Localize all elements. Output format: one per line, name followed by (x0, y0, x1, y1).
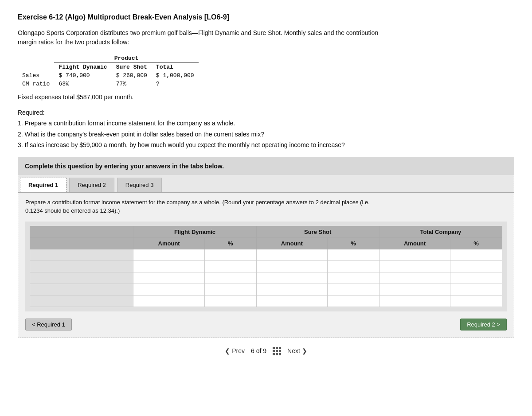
row2-tc-amount[interactable] (379, 260, 450, 272)
row3-tc-amount[interactable] (379, 272, 450, 284)
prev-page-label: Prev (232, 347, 245, 354)
prev-arrow-icon (225, 347, 230, 354)
required-item-3: 3. If sales increase by $59,000 a month,… (18, 140, 514, 150)
row5-tc-pct[interactable] (450, 295, 502, 307)
row1-ss-amount[interactable] (256, 249, 327, 260)
income-table: Flight Dynamic Sure Shot Total Company A… (30, 226, 502, 307)
sure-shot-header: Sure Shot (256, 226, 379, 237)
total-company-header: Total Company (379, 226, 502, 237)
flight-dynamic-header: Flight Dynamic (133, 226, 256, 237)
intro-text: Olongapo Sports Corporation distributes … (18, 28, 381, 47)
row4-tc-pct[interactable] (450, 284, 502, 295)
row2-col2: 77% (112, 80, 152, 88)
complete-instruction-text: Complete this question by entering your … (25, 163, 224, 170)
income-table-wrapper: Flight Dynamic Sure Shot Total Company A… (25, 222, 507, 311)
col3-header: Total (152, 63, 199, 72)
row2-col1: 63% (54, 80, 111, 88)
row2-fd-amount[interactable] (133, 260, 204, 272)
row2-ss-pct[interactable] (328, 260, 379, 272)
fd-amount-header: Amount (133, 237, 204, 249)
complete-instruction-box: Complete this question by entering your … (18, 157, 514, 175)
row2-label: CM ratio (18, 80, 54, 88)
row1-tc-amount[interactable] (379, 249, 450, 260)
row5-fd-pct[interactable] (204, 295, 256, 307)
row1-col1: $ 740,000 (54, 71, 111, 80)
row1-tc-pct[interactable] (450, 249, 502, 260)
nav-tabs-row: < Required 1 Required 2 > (25, 319, 507, 330)
row3-ss-pct[interactable] (328, 272, 379, 284)
row1-col2: $ 260,000 (112, 71, 152, 80)
row4-ss-amount[interactable] (256, 284, 327, 295)
row3-tc-pct[interactable] (450, 272, 502, 284)
product-header: Product (54, 54, 198, 63)
next-page-label: Next (287, 347, 300, 354)
exercise-title: Exercise 6-12 (Algo) Multiproduct Break-… (18, 13, 514, 21)
row1-col3: $ 1,000,000 (152, 71, 199, 80)
row4-label-cell (30, 284, 133, 295)
row2-label-cell (30, 260, 133, 272)
row5-fd-amount[interactable] (133, 295, 204, 307)
row2-ss-amount[interactable] (256, 260, 327, 272)
row3-ss-amount[interactable] (256, 272, 327, 284)
required-item-2: 2. What is the company's break-even poin… (18, 129, 514, 139)
row5-tc-amount[interactable] (379, 295, 450, 307)
product-table-wrapper: Product Flight Dynamic Sure Shot Total S… (18, 54, 514, 88)
tab-content: Prepare a contribution format income sta… (18, 193, 514, 338)
row1-fd-amount[interactable] (133, 249, 204, 260)
tab-required-3[interactable]: Required 3 (117, 178, 162, 192)
row4-tc-amount[interactable] (379, 284, 450, 295)
row1-fd-pct[interactable] (204, 249, 256, 260)
row2-tc-pct[interactable] (450, 260, 502, 272)
row5-ss-pct[interactable] (328, 295, 379, 307)
fd-pct-header: % (204, 237, 256, 249)
tab-required-2[interactable]: Required 2 (69, 178, 114, 192)
col2-header: Sure Shot (112, 63, 152, 72)
pagination-row: Prev 6 of 9 Next (18, 347, 514, 355)
row1-label-cell (30, 249, 133, 260)
tab-description-text: Prepare a contribution format income sta… (25, 198, 371, 215)
required-section: Required: 1. Prepare a contribution form… (18, 108, 514, 150)
row3-label-cell (30, 272, 133, 284)
required-heading: Required: (18, 108, 514, 117)
next-tab-button[interactable]: Required 2 > (460, 319, 507, 330)
col-label-header (30, 226, 133, 237)
fixed-expenses-text: Fixed expenses total $587,000 per month. (18, 93, 514, 101)
row2-fd-pct[interactable] (204, 260, 256, 272)
next-arrow-icon (302, 347, 307, 354)
tc-amount-header: Amount (379, 237, 450, 249)
blank-subheader (30, 237, 133, 249)
row5-ss-amount[interactable] (256, 295, 327, 307)
row4-fd-amount[interactable] (133, 284, 204, 295)
row2-col3: ? (152, 80, 199, 88)
tab-required-1[interactable]: Required 1 (20, 178, 66, 192)
grid-icon (273, 347, 281, 355)
table-row (30, 249, 502, 260)
row1-ss-pct[interactable] (328, 249, 379, 260)
table-row (30, 260, 502, 272)
row3-fd-pct[interactable] (204, 272, 256, 284)
tabs-wrapper: Required 1 Required 2 Required 3 Prepare… (18, 175, 514, 338)
col1-header: Flight Dynamic (54, 63, 111, 72)
ss-amount-header: Amount (256, 237, 327, 249)
row4-ss-pct[interactable] (328, 284, 379, 295)
table-row (30, 272, 502, 284)
tabs-row: Required 1 Required 2 Required 3 (18, 175, 514, 193)
next-page-button[interactable]: Next (287, 347, 307, 354)
tc-pct-header: % (450, 237, 502, 249)
table-row (30, 284, 502, 295)
page-info: 6 of 9 (251, 347, 266, 354)
row4-fd-pct[interactable] (204, 284, 256, 295)
prev-tab-button[interactable]: < Required 1 (25, 319, 72, 330)
table-row (30, 295, 502, 307)
ss-pct-header: % (328, 237, 379, 249)
prev-page-button[interactable]: Prev (225, 347, 245, 354)
row5-label-cell (30, 295, 133, 307)
row3-fd-amount[interactable] (133, 272, 204, 284)
required-item-1: 1. Prepare a contribution format income … (18, 118, 514, 128)
row1-label: Sales (18, 71, 54, 80)
